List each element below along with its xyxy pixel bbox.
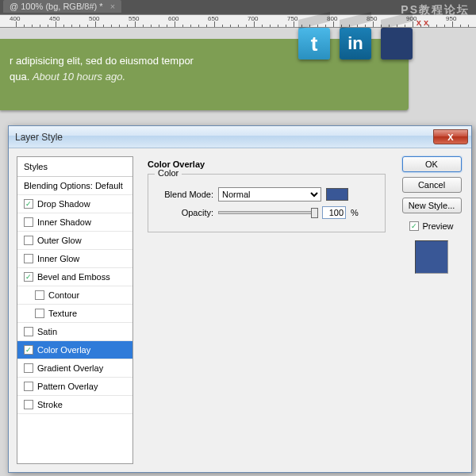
style-item-inner-shadow[interactable]: Inner Shadow [17, 213, 132, 232]
checkbox[interactable] [35, 290, 44, 300]
canvas-area: r adipisicing elit, sed do eiusmod tempo… [0, 28, 476, 123]
close-icon[interactable]: × [106, 2, 115, 11]
style-item-label: Color Overlay [37, 345, 90, 355]
opacity-slider[interactable] [218, 211, 317, 214]
color-swatch[interactable] [326, 188, 348, 201]
style-item-label: Inner Glow [37, 254, 79, 263]
opacity-input[interactable] [322, 206, 346, 219]
content-banner: r adipisicing elit, sed do eiusmod tempo… [0, 39, 409, 110]
checkbox[interactable]: ✓ [24, 199, 33, 209]
style-item-contour[interactable]: Contour [17, 286, 132, 305]
checkbox[interactable] [35, 309, 44, 318]
blend-mode-label: Blend Mode: [156, 190, 213, 199]
style-item-label: Stroke [37, 400, 63, 409]
settings-title: Color Overlay [148, 159, 386, 169]
checkbox[interactable] [24, 400, 33, 409]
ruler-marker: x x [416, 17, 428, 27]
checkbox[interactable] [24, 363, 33, 373]
checkbox[interactable]: ✓ [24, 345, 33, 355]
checkbox[interactable] [24, 382, 33, 391]
dialog-buttons: OK Cancel New Style... ✓ Preview [400, 156, 463, 464]
close-button[interactable]: X [433, 129, 468, 144]
preview-label: Preview [422, 221, 453, 231]
dialog-body: Styles Blending Options: Default ✓Drop S… [9, 148, 471, 472]
style-item-bevel-and-emboss[interactable]: ✓Bevel and Emboss [17, 268, 132, 286]
style-item-label: Satin [37, 327, 57, 336]
checkbox[interactable] [24, 217, 33, 227]
style-item-pattern-overlay[interactable]: Pattern Overlay [17, 378, 132, 396]
cancel-button[interactable]: Cancel [402, 177, 462, 193]
preview-checkbox[interactable]: ✓ [409, 221, 419, 231]
color-fieldset: Color Blend Mode: Normal Opacity: % [148, 174, 386, 232]
checkbox[interactable] [24, 254, 33, 263]
style-item-label: Pattern Overlay [37, 382, 98, 391]
checkbox[interactable]: ✓ [24, 272, 33, 282]
opacity-unit: % [351, 208, 359, 217]
checkbox[interactable] [24, 236, 33, 245]
preview-checkbox-row[interactable]: ✓ Preview [409, 221, 453, 231]
style-item-texture[interactable]: Texture [17, 305, 132, 323]
banner-line1: r adipisicing elit, sed do eiusmod tempo… [10, 55, 194, 67]
style-item-outer-glow[interactable]: Outer Glow [17, 232, 132, 250]
style-item-drop-shadow[interactable]: ✓Drop Shadow [17, 195, 132, 213]
blank-social-icon[interactable] [381, 28, 413, 60]
document-tab[interactable]: @ 100% (bg, RGB/8#) * × [3, 0, 121, 13]
style-item-label: Bevel and Emboss [37, 272, 110, 282]
settings-panel: Color Overlay Color Blend Mode: Normal O… [140, 156, 393, 464]
fieldset-legend: Color [155, 168, 182, 178]
style-item-label: Inner Shadow [37, 217, 91, 227]
styles-list: Styles Blending Options: Default ✓Drop S… [17, 156, 133, 464]
social-icons: t in [298, 28, 413, 60]
banner-timestamp: About 10 hours ago. [33, 71, 125, 83]
layer-style-dialog: Layer Style X Styles Blending Options: D… [8, 125, 472, 473]
style-item-stroke[interactable]: Stroke [17, 396, 132, 414]
styles-header[interactable]: Styles [17, 157, 132, 177]
style-item-gradient-overlay[interactable]: Gradient Overlay [17, 359, 132, 378]
banner-line2a: qua. [10, 71, 33, 83]
style-item-inner-glow[interactable]: Inner Glow [17, 250, 132, 268]
checkbox[interactable] [24, 327, 33, 336]
style-item-satin[interactable]: Satin [17, 323, 132, 341]
slider-thumb[interactable] [311, 208, 318, 218]
dialog-title: Layer Style [15, 132, 433, 143]
twitter-icon[interactable]: t [298, 28, 330, 60]
blend-mode-select[interactable]: Normal [218, 187, 321, 202]
blending-options-row[interactable]: Blending Options: Default [17, 177, 132, 195]
style-item-color-overlay[interactable]: ✓Color Overlay [17, 341, 132, 359]
document-tab-title: @ 100% (bg, RGB/8#) * [10, 2, 103, 11]
style-item-label: Contour [48, 290, 79, 300]
style-item-label: Gradient Overlay [37, 363, 103, 373]
new-style-button[interactable]: New Style... [402, 198, 462, 213]
preview-swatch [415, 240, 448, 274]
opacity-label: Opacity: [156, 208, 213, 217]
style-item-label: Drop Shadow [37, 199, 90, 209]
ok-button[interactable]: OK [402, 156, 462, 172]
watermark: PS教程论坛 [401, 3, 470, 17]
dialog-titlebar[interactable]: Layer Style X [9, 126, 471, 148]
linkedin-icon[interactable]: in [340, 28, 371, 60]
style-item-label: Outer Glow [37, 236, 82, 245]
style-item-label: Texture [48, 309, 77, 318]
